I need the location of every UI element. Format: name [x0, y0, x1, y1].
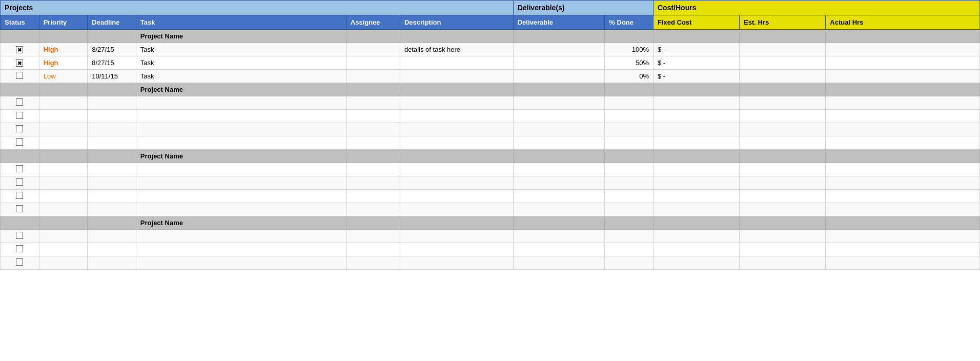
project-name-deadline-cell — [88, 83, 136, 96]
checkbox-empty[interactable] — [16, 245, 23, 252]
description-cell — [400, 123, 513, 136]
esthrs-cell — [740, 110, 826, 123]
checkbox-empty[interactable] — [16, 112, 23, 119]
status-cell[interactable] — [1, 123, 39, 136]
project-name-cell: Project Name — [136, 216, 346, 230]
checkbox-checked[interactable]: ✖ — [16, 59, 23, 67]
actualhrs-cell — [826, 203, 980, 216]
project-name-deliverable-cell — [513, 83, 605, 96]
status-cell[interactable] — [1, 96, 39, 110]
pctdone-cell — [605, 96, 654, 110]
status-cell[interactable] — [1, 230, 39, 243]
checkbox-empty[interactable] — [16, 232, 23, 239]
description-cell: details of task here — [400, 43, 513, 56]
checkbox-empty[interactable] — [16, 72, 23, 79]
actualhrs-cell — [826, 230, 980, 243]
checkbox-empty[interactable] — [16, 258, 23, 266]
esthrs-cell — [740, 203, 826, 216]
project-name-assignee-cell — [346, 30, 400, 43]
project-tracker-table: Projects Deliverable(s) Cost/Hours Statu… — [0, 0, 980, 270]
deliverable-cell — [513, 176, 605, 190]
pctdone-cell — [605, 203, 654, 216]
col-header-description: Description — [400, 15, 513, 30]
esthrs-cell — [740, 243, 826, 256]
deadline-cell: 8/27/15 — [88, 56, 136, 70]
project-name-actualhrs-cell — [826, 30, 980, 43]
col-header-deliverable: Deliverable — [513, 15, 605, 30]
deliverable-cell — [513, 190, 605, 203]
status-cell[interactable] — [1, 163, 39, 176]
priority-low: Low — [44, 72, 56, 80]
table-body: Project Name ✖ High 8/27/15 Task details… — [1, 30, 980, 270]
checkbox-empty[interactable] — [16, 192, 23, 199]
project-name-fixedcost-cell — [653, 216, 739, 230]
checkbox-empty[interactable] — [16, 178, 23, 186]
project-name-deadline-cell — [88, 30, 136, 43]
project-name-status-cell — [1, 150, 39, 163]
status-cell[interactable] — [1, 136, 39, 150]
description-cell — [400, 243, 513, 256]
status-cell[interactable] — [1, 190, 39, 203]
checkbox-empty[interactable] — [16, 165, 23, 172]
checkbox-checked[interactable]: ✖ — [16, 46, 23, 53]
esthrs-cell — [740, 256, 826, 270]
description-cell — [400, 190, 513, 203]
checkbox-empty[interactable] — [16, 138, 23, 146]
status-cell[interactable] — [1, 256, 39, 270]
deadline-cell — [88, 176, 136, 190]
deadline-cell — [88, 203, 136, 216]
status-cell[interactable] — [1, 110, 39, 123]
assignee-cell — [346, 56, 400, 70]
actualhrs-cell — [826, 190, 980, 203]
pctdone-cell — [605, 163, 654, 176]
status-cell[interactable]: ✖ — [1, 56, 39, 70]
col-header-priority: Priority — [39, 15, 88, 30]
project-name-fixedcost-cell — [653, 30, 739, 43]
project-name-pctdone-cell — [605, 83, 654, 96]
status-cell[interactable] — [1, 70, 39, 83]
data-row-p1-r1 — [1, 110, 980, 123]
project-name-desc-cell — [400, 150, 513, 163]
pctdone-cell — [605, 136, 654, 150]
pctdone-cell: 0% — [605, 70, 654, 83]
col-header-fixedcost: Fixed Cost — [653, 15, 739, 30]
project-name-status-cell — [1, 83, 39, 96]
checkbox-empty[interactable] — [16, 98, 23, 106]
project-name-fixedcost-cell — [653, 83, 739, 96]
assignee-cell — [346, 203, 400, 216]
esthrs-cell — [740, 56, 826, 70]
status-cell[interactable]: ✖ — [1, 43, 39, 56]
data-row-p0-r1: ✖ High 8/27/15 Task 50% $ - — [1, 56, 980, 70]
description-cell — [400, 136, 513, 150]
fixedcost-cell — [653, 176, 739, 190]
pctdone-cell — [605, 176, 654, 190]
deadline-cell — [88, 256, 136, 270]
checkbox-empty[interactable] — [16, 125, 23, 132]
project-name-desc-cell — [400, 30, 513, 43]
deliverable-cell — [513, 203, 605, 216]
status-cell[interactable] — [1, 203, 39, 216]
task-cell: Task — [136, 70, 346, 83]
priority-cell: Low — [39, 70, 88, 83]
fixedcost-cell: $ - — [653, 56, 739, 70]
column-headers-row: Status Priority Deadline Task Assignee D… — [1, 15, 980, 30]
status-cell[interactable] — [1, 176, 39, 190]
project-name-row-1: Project Name — [1, 83, 980, 96]
deadline-cell: 10/11/15 — [88, 70, 136, 83]
deliverable-cell — [513, 43, 605, 56]
status-cell[interactable] — [1, 243, 39, 256]
data-row-p0-r2: Low 10/11/15 Task 0% $ - — [1, 70, 980, 83]
fixedcost-cell — [653, 256, 739, 270]
data-row-p2-r1 — [1, 176, 980, 190]
project-name-actualhrs-cell — [826, 83, 980, 96]
deliverable-cell — [513, 123, 605, 136]
esthrs-cell — [740, 163, 826, 176]
project-name-actualhrs-cell — [826, 216, 980, 230]
project-name-deliverable-cell — [513, 216, 605, 230]
checkbox-empty[interactable] — [16, 205, 23, 212]
deadline-cell — [88, 230, 136, 243]
project-name-pctdone-cell — [605, 216, 654, 230]
esthrs-cell — [740, 136, 826, 150]
actualhrs-cell — [826, 70, 980, 83]
pctdone-cell: 100% — [605, 43, 654, 56]
